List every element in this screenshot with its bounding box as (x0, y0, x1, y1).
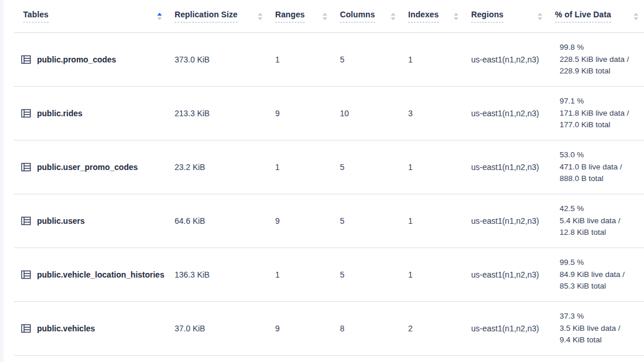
live-data-cell: 99.8 % 228.5 KiB live data / 228.9 KiB t… (555, 42, 644, 77)
live-data-total: 177.0 KiB total (560, 119, 644, 131)
table-row[interactable]: public.user_promo_codes 23.2 KiB 1 5 1 u… (14, 141, 644, 194)
ranges-value: 1 (275, 162, 340, 172)
regions-value: us-east1(n1,n2,n3) (471, 109, 555, 118)
tables-table: Tables Replication Size Ranges Columns I… (14, 0, 644, 356)
live-data-detail: 471.0 B live data / (560, 161, 644, 173)
table-row[interactable]: public.vehicle_location_histories 136.3 … (14, 248, 644, 302)
columns-value: 10 (340, 109, 408, 118)
live-data-cell: 37.3 % 3.5 KiB live data / 9.4 KiB total (555, 311, 644, 346)
table-row[interactable]: public.promo_codes 373.0 KiB 1 5 1 us-ea… (14, 33, 644, 87)
indexes-value: 1 (408, 270, 471, 279)
live-data-percent: 99.8 % (560, 42, 644, 54)
live-data-percent: 97.1 % (560, 95, 644, 108)
regions-value: us-east1(n1,n2,n3) (471, 55, 555, 64)
indexes-value: 3 (408, 109, 471, 118)
table-name-link[interactable]: public.promo_codes (37, 55, 116, 64)
indexes-value: 1 (408, 216, 471, 226)
table-row[interactable]: public.rides 213.3 KiB 9 10 3 us-east1(n… (14, 87, 644, 141)
live-data-cell: 99.5 % 84.9 KiB live data / 85.3 KiB tot… (555, 257, 644, 293)
ranges-value: 9 (275, 324, 340, 333)
table-icon (21, 54, 31, 65)
column-header-ranges[interactable]: Ranges (275, 0, 340, 32)
sort-icon-tables[interactable] (157, 13, 162, 20)
table-icon (21, 216, 31, 226)
regions-value: us-east1(n1,n2,n3) (471, 162, 555, 172)
live-data-total: 85.3 KiB total (560, 280, 644, 293)
replication-size-value: 37.0 KiB (175, 324, 275, 333)
table-name-link[interactable]: public.vehicle_location_histories (37, 270, 164, 279)
page-gutter (0, 0, 3, 362)
live-data-cell: 42.5 % 5.4 KiB live data / 12.8 KiB tota… (555, 203, 644, 239)
replication-size-value: 64.6 KiB (175, 216, 275, 226)
indexes-value: 1 (408, 162, 471, 172)
indexes-value: 2 (408, 324, 471, 333)
columns-value: 5 (340, 270, 408, 279)
live-data-percent: 42.5 % (560, 203, 644, 215)
live-data-percent: 99.5 % (560, 257, 644, 269)
column-header-label: Columns (340, 10, 375, 23)
indexes-value: 1 (408, 55, 471, 64)
column-header-label: Indexes (408, 10, 439, 23)
sort-icon-columns[interactable] (391, 13, 395, 20)
column-header-replication-size[interactable]: Replication Size (175, 0, 275, 32)
sort-icon-replication-size[interactable] (258, 13, 262, 20)
table-icon (21, 269, 31, 280)
table-row[interactable]: public.vehicles 37.0 KiB 9 8 2 us-east1(… (14, 302, 644, 356)
table-name-link[interactable]: public.user_promo_codes (37, 162, 138, 172)
column-header-columns[interactable]: Columns (340, 0, 408, 32)
live-data-total: 228.9 KiB total (560, 65, 644, 77)
replication-size-value: 373.0 KiB (175, 55, 275, 64)
table-icon (21, 323, 31, 334)
columns-value: 8 (340, 324, 408, 333)
column-header-label: Ranges (275, 10, 305, 23)
replication-size-value: 213.3 KiB (175, 109, 275, 118)
column-header-indexes[interactable]: Indexes (408, 0, 471, 32)
live-data-total: 888.0 B total (560, 173, 644, 185)
regions-value: us-east1(n1,n2,n3) (471, 270, 555, 279)
column-header-label: Regions (471, 10, 504, 23)
live-data-detail: 3.5 KiB live data / (560, 323, 644, 335)
ranges-value: 9 (275, 216, 340, 226)
column-header-label: Tables (23, 10, 49, 23)
table-name-link[interactable]: public.vehicles (37, 324, 95, 333)
regions-value: us-east1(n1,n2,n3) (471, 216, 555, 226)
regions-value: us-east1(n1,n2,n3) (471, 324, 555, 333)
live-data-total: 12.8 KiB total (560, 227, 644, 239)
table-name-link[interactable]: public.rides (37, 109, 83, 118)
live-data-detail: 171.8 KiB live data / (560, 108, 644, 120)
sort-icon-indexes[interactable] (454, 13, 458, 20)
table-icon (21, 108, 31, 119)
sort-icon-live-data[interactable] (634, 13, 638, 20)
live-data-percent: 53.0 % (560, 149, 644, 161)
column-header-live-data[interactable]: % of Live Data (555, 0, 644, 32)
live-data-total: 9.4 KiB total (560, 334, 644, 346)
column-header-tables[interactable]: Tables (14, 0, 175, 32)
live-data-detail: 228.5 KiB live data / (560, 54, 644, 66)
ranges-value: 1 (275, 55, 340, 64)
replication-size-value: 23.2 KiB (175, 162, 275, 172)
column-header-regions[interactable]: Regions (471, 0, 555, 32)
table-row[interactable]: public.users 64.6 KiB 9 5 1 us-east1(n1,… (14, 194, 644, 248)
column-header-label: Replication Size (175, 10, 238, 23)
live-data-detail: 84.9 KiB live data / (560, 269, 644, 281)
columns-value: 5 (340, 216, 408, 226)
sort-icon-ranges[interactable] (323, 13, 327, 20)
ranges-value: 9 (275, 109, 340, 118)
live-data-percent: 37.3 % (560, 311, 644, 323)
table-name-link[interactable]: public.users (37, 216, 84, 226)
live-data-cell: 97.1 % 171.8 KiB live data / 177.0 KiB t… (555, 95, 644, 131)
table-header-row: Tables Replication Size Ranges Columns I… (14, 0, 644, 33)
tables-page: Tables Replication Size Ranges Columns I… (0, 0, 644, 362)
sort-icon-regions[interactable] (538, 13, 542, 20)
replication-size-value: 136.3 KiB (175, 270, 275, 279)
live-data-cell: 53.0 % 471.0 B live data / 888.0 B total (555, 149, 644, 185)
live-data-detail: 5.4 KiB live data / (560, 215, 644, 227)
columns-value: 5 (340, 162, 408, 172)
columns-value: 5 (340, 55, 408, 64)
ranges-value: 1 (275, 270, 340, 279)
table-icon (21, 162, 31, 172)
column-header-label: % of Live Data (555, 10, 611, 23)
